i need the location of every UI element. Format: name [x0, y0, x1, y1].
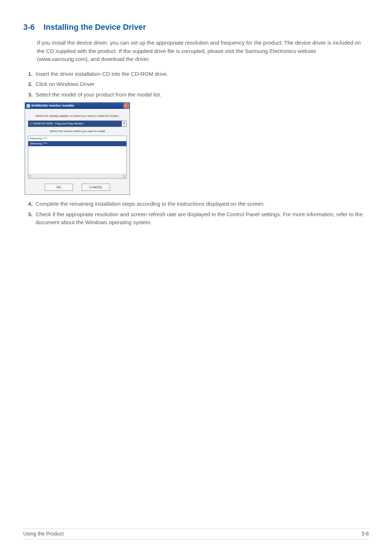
step-number: 3.: [23, 91, 33, 99]
chevron-down-icon[interactable]: ▾: [122, 121, 126, 127]
step-number: 4.: [23, 200, 33, 208]
adapter-dropdown[interactable]: 1. RADEON 9550 : Plug and Play Monitor ▾: [28, 120, 127, 127]
steps-list: 1. Insert the driver installation CD int…: [23, 70, 369, 99]
monitor-listbox[interactable]: Samsung **** Samsung **** ‹ ›: [28, 136, 127, 178]
step-text: Click on Windows Driver: [36, 80, 369, 89]
step-item: 3. Select the model of your product from…: [23, 91, 369, 99]
footer-left: Using the Product: [23, 530, 64, 538]
step-number: 2.: [23, 80, 33, 89]
close-button[interactable]: ✕: [124, 103, 129, 108]
ok-button[interactable]: OK: [45, 184, 73, 191]
instruction-text-1: Select the display adapter on which you …: [28, 114, 127, 118]
intro-paragraph: If you install the device driver, you ca…: [37, 39, 369, 63]
step-text: Select the model of your product from th…: [36, 91, 369, 99]
titlebar: SAMSUNG monitor installer ✕: [25, 103, 130, 109]
list-item[interactable]: Samsung ****: [28, 141, 126, 146]
section-heading: 3-6 Installing the Device Driver: [23, 21, 369, 33]
embedded-screenshot: SAMSUNG monitor installer ✕ Select the d…: [25, 102, 369, 195]
steps-list-continued: 4. Complete the remaining installation s…: [23, 200, 369, 227]
horizontal-scrollbar[interactable]: ‹ ›: [28, 174, 126, 178]
window-title: SAMSUNG monitor installer: [31, 103, 74, 108]
section-title: Installing the Device Driver: [44, 21, 146, 33]
step-number: 1.: [23, 70, 33, 78]
step-item: 1. Insert the driver installation CD int…: [23, 70, 369, 78]
scroll-right-button[interactable]: ›: [122, 174, 126, 178]
installer-window: SAMSUNG monitor installer ✕ Select the d…: [25, 102, 130, 195]
app-icon: [26, 104, 30, 108]
step-item: 5. Check if the appropriate resolution a…: [23, 210, 369, 227]
step-text: Check if the appropriate resolution and …: [36, 210, 369, 227]
list-item[interactable]: Samsung ****: [28, 136, 126, 141]
step-item: 4. Complete the remaining installation s…: [23, 200, 369, 208]
step-number: 5.: [23, 210, 33, 227]
section-number: 3-6: [23, 21, 35, 33]
page-footer: Using the Product 3-6: [23, 528, 369, 539]
cancel-button[interactable]: CANCEL: [82, 184, 110, 191]
scroll-left-button[interactable]: ‹: [28, 174, 33, 178]
step-item: 2. Click on Windows Driver: [23, 80, 369, 89]
step-text: Insert the driver installation CD into t…: [36, 70, 369, 78]
footer-right: 3-6: [362, 530, 369, 538]
step-text: Complete the remaining installation step…: [36, 200, 369, 208]
dropdown-selected-value: 1. RADEON 9550 : Plug and Play Monitor: [28, 121, 122, 127]
instruction-text-2: Select the monitor which you want to ins…: [28, 129, 127, 134]
